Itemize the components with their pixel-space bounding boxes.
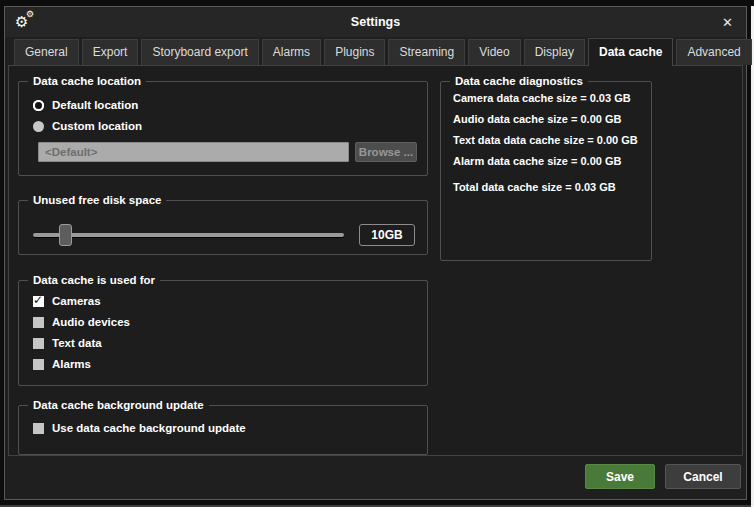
disk-space-value: 10GB [359,224,415,246]
radio-default-location[interactable]: Default location [33,99,417,111]
left-column: Data cache location Default location Cus… [18,81,428,455]
diag-alarm-cache-size: Alarm data cache size = 0.00 GB [453,155,641,167]
group-data-cache-used-for: Data cache is used for ✓ Cameras ✓ Audio… [18,280,428,386]
screen: ⚙ ⚙ Settings ✕ General Export Storyboard… [0,0,754,507]
settings-gears-icon: ⚙ ⚙ [15,12,39,32]
group-data-cache-background-update: Data cache background update ✓ Use data … [18,405,428,455]
checkbox-use-background-update[interactable]: ✓ Use data cache background update [33,422,417,434]
tab-advanced[interactable]: Advanced [676,39,751,65]
tab-export[interactable]: Export [82,39,139,65]
checkbox-text-data[interactable]: ✓ Text data [33,337,417,349]
tab-plugins[interactable]: Plugins [324,39,385,65]
custom-path-row: Browse ... [38,142,417,162]
slider-handle[interactable] [59,224,72,246]
checkbox-alarms[interactable]: ✓ Alarms [33,358,417,370]
checkbox-cameras[interactable]: ✓ Cameras [33,295,417,307]
disk-space-slider-row: 10GB [33,223,415,247]
checkbox-icon[interactable]: ✓ [33,359,44,370]
custom-location-path-input[interactable] [38,142,349,162]
slider-track[interactable] [33,233,344,237]
data-cache-panel: Data cache location Default location Cus… [8,65,743,456]
radio-button-icon[interactable] [33,121,44,132]
diag-total-cache-size: Total data cache size = 0.03 GB [453,181,641,193]
checkbox-audio-devices[interactable]: ✓ Audio devices [33,316,417,328]
tab-data-cache[interactable]: Data cache [588,38,673,66]
window-title: Settings [5,15,746,29]
browse-button[interactable]: Browse ... [355,142,417,162]
checkbox-icon[interactable]: ✓ [33,317,44,328]
diag-audio-cache-size: Audio data cache size = 0.00 GB [453,113,641,125]
tab-storyboard-export[interactable]: Storyboard export [141,39,258,65]
group-title: Unused free disk space [28,194,166,207]
checkbox-icon[interactable]: ✓ [33,296,44,307]
checkbox-icon[interactable]: ✓ [33,423,44,434]
diag-text-data-cache-size: Text data data cache size = 0.00 GB [453,134,641,146]
titlebar: ⚙ ⚙ Settings ✕ [5,7,746,37]
tab-video[interactable]: Video [468,39,520,65]
settings-window: ⚙ ⚙ Settings ✕ General Export Storyboard… [4,6,747,500]
disk-space-slider[interactable] [33,223,344,247]
group-data-cache-location: Data cache location Default location Cus… [18,81,428,176]
save-button[interactable]: Save [585,464,655,489]
checkbox-icon[interactable]: ✓ [33,338,44,349]
radio-custom-location[interactable]: Custom location [33,120,417,132]
tab-alarms[interactable]: Alarms [262,39,321,65]
cancel-button[interactable]: Cancel [665,464,741,489]
group-title: Data cache is used for [28,274,160,287]
close-icon[interactable]: ✕ [719,14,736,31]
group-title: Data cache location [28,75,146,88]
footer: Save Cancel [5,456,746,499]
diag-camera-cache-size: Camera data cache size = 0.03 GB [453,92,641,104]
tab-general[interactable]: General [14,39,79,65]
right-column: Data cache diagnostics Camera data cache… [440,81,652,455]
group-title: Data cache background update [28,399,209,412]
tab-strip: General Export Storyboard export Alarms … [5,37,746,65]
group-data-cache-diagnostics: Data cache diagnostics Camera data cache… [440,81,652,261]
group-unused-free-disk-space: Unused free disk space 10GB [18,200,428,255]
tab-display[interactable]: Display [524,39,585,65]
group-title: Data cache diagnostics [450,75,588,88]
tab-streaming[interactable]: Streaming [388,39,465,65]
radio-button-icon[interactable] [33,100,44,111]
